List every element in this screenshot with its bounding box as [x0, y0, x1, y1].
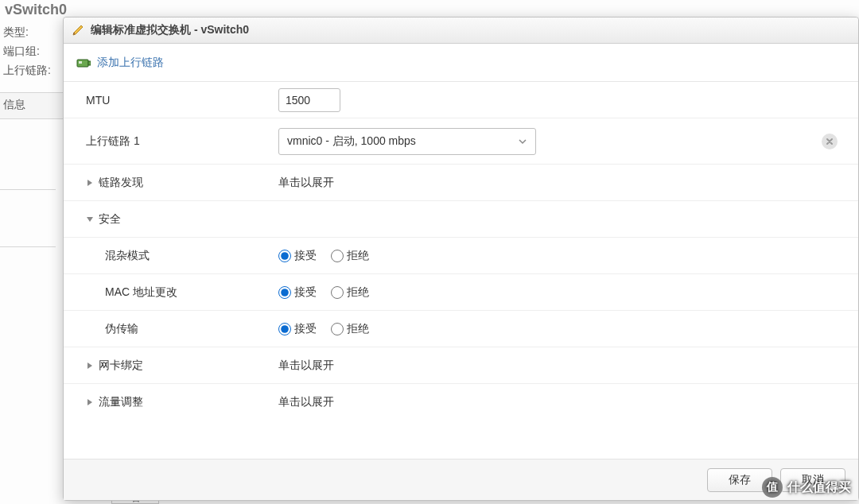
discovery-value: 单击以展开 [278, 176, 334, 190]
dialog-title-text: 编辑标准虚拟交换机 - vSwitch0 [91, 23, 249, 37]
row-teaming[interactable]: 网卡绑定 单击以展开 [64, 347, 858, 384]
label-teaming: 网卡绑定 [99, 359, 143, 373]
add-uplink-link[interactable]: 添加上行链路 [97, 56, 164, 70]
dialog-titlebar[interactable]: 编辑标准虚拟交换机 - vSwitch0 [64, 17, 858, 44]
row-shaping[interactable]: 流量调整 单击以展开 [64, 384, 858, 421]
bg-label-portgroup: 端口组: [3, 41, 51, 60]
uplink1-selected-text: vmnic0 - 启动, 1000 mbps [287, 134, 416, 149]
label-forged: 伪传输 [64, 322, 278, 336]
label-mac-change: MAC 地址更改 [64, 285, 278, 300]
row-uplink1: 上行链路 1 vmnic0 - 启动, 1000 mbps [64, 118, 858, 165]
bg-labels: 类型: 端口组: 上行链路: [3, 22, 51, 79]
add-uplink-icon [76, 57, 91, 68]
edit-vswitch-dialog: 编辑标准虚拟交换机 - vSwitch0 添加上行链路 MTU 上行链路 1 [63, 17, 859, 501]
mac-change-reject-radio[interactable]: 拒绝 [331, 285, 369, 300]
svg-rect-4 [88, 61, 91, 65]
row-mtu: MTU [64, 82, 858, 118]
label-uplink1: 上行链路 1 [64, 134, 278, 149]
label-promiscuous: 混杂模式 [64, 249, 278, 263]
bg-divider [0, 246, 56, 247]
caret-right-icon [86, 398, 94, 406]
bg-label-type: 类型: [3, 22, 51, 41]
pencil-icon [72, 24, 84, 37]
promiscuous-accept-radio[interactable]: 接受 [278, 249, 317, 263]
dialog-toolbar: 添加上行链路 [64, 44, 858, 82]
shaping-value: 单击以展开 [278, 395, 334, 409]
label-discovery: 链路发现 [99, 176, 143, 190]
watermark-badge: 值 [762, 477, 783, 498]
caret-right-icon [86, 362, 94, 370]
promiscuous-reject-radio[interactable]: 拒绝 [331, 249, 369, 263]
label-mtu: MTU [64, 94, 278, 107]
dialog-body: MTU 上行链路 1 vmnic0 - 启动, 1000 mbps [64, 82, 858, 459]
row-mac-change: MAC 地址更改 接受 拒绝 [64, 274, 858, 311]
watermark-text: 什么值得买 [787, 479, 851, 496]
uplink1-select[interactable]: vmnic0 - 启动, 1000 mbps [278, 128, 536, 155]
bg-divider [0, 189, 56, 190]
label-shaping: 流量调整 [99, 395, 143, 409]
row-discovery[interactable]: 链路发现 单击以展开 [64, 165, 858, 201]
bg-info-label: 信息 [3, 98, 25, 110]
watermark: 值 什么值得买 [762, 477, 851, 498]
caret-down-icon [86, 215, 94, 223]
svg-rect-1 [73, 33, 75, 35]
mtu-input[interactable] [278, 88, 340, 112]
chevron-down-icon [518, 137, 527, 146]
teaming-value: 单击以展开 [278, 359, 334, 373]
bg-switch-title: vSwitch0 [5, 2, 67, 18]
forged-accept-radio[interactable]: 接受 [278, 322, 317, 336]
remove-uplink-icon[interactable] [822, 134, 838, 149]
dialog-footer: 保存 取消 [64, 459, 858, 500]
label-security: 安全 [99, 212, 121, 227]
row-promiscuous: 混杂模式 接受 拒绝 [64, 238, 858, 274]
svg-rect-3 [79, 61, 82, 64]
caret-right-icon [86, 179, 94, 187]
row-security-header[interactable]: 安全 [64, 201, 858, 238]
row-forged: 伪传输 接受 拒绝 [64, 311, 858, 347]
bg-label-uplink: 上行链路: [3, 60, 51, 79]
mac-change-accept-radio[interactable]: 接受 [278, 285, 317, 300]
forged-reject-radio[interactable]: 拒绝 [331, 322, 369, 336]
